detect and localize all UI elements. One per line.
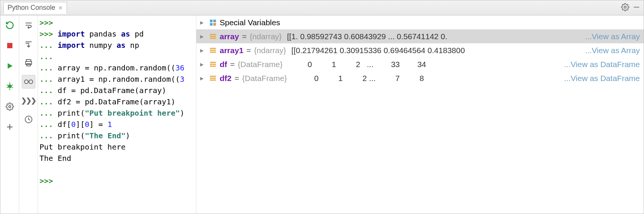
settings-icon[interactable]: [3, 100, 17, 113]
var-name: df2: [220, 74, 232, 83]
output-line: The End: [39, 154, 71, 163]
var-row-array[interactable]: ▶ array = {ndarray} [[1. 0.98592743 0.60…: [196, 29, 644, 43]
svg-rect-25: [210, 20, 213, 22]
var-type: {ndarray}: [254, 46, 286, 55]
prompt-line: >>>: [39, 29, 58, 38]
prompt-line: ...: [39, 120, 58, 129]
view-as-dataframe-link[interactable]: ...View as DataFrame: [564, 60, 640, 69]
prompt-line: ...: [39, 109, 58, 118]
var-value: [[0.21794261 0.30915336 0.69464564 0.418…: [292, 46, 465, 55]
tab-title: Python Console: [8, 4, 55, 12]
debug-icon[interactable]: [3, 79, 17, 93]
array-icon: [209, 47, 217, 54]
dataframe-icon: [209, 75, 217, 82]
svg-rect-36: [210, 64, 216, 65]
var-value: 0 1 2 ... 33 34: [288, 60, 426, 69]
prompt-line: >>>: [39, 176, 53, 185]
svg-line-10: [12, 87, 13, 88]
array-icon: [209, 33, 217, 40]
prompt-line: ...: [39, 97, 58, 106]
prompt-line: ...: [39, 131, 58, 140]
svg-rect-35: [210, 62, 216, 63]
left-toolbar-1: [0, 15, 19, 214]
prompt-line: ...: [39, 86, 58, 95]
var-value: [[1. 0.98592743 0.60843929 ... 0.5674114…: [287, 32, 447, 41]
prompt-line: ...: [39, 63, 58, 72]
chevron-right-icon[interactable]: ▶: [200, 20, 206, 25]
variables-pane: ▶ Special Variables ▶ array = {ndarray} …: [196, 15, 644, 214]
svg-point-11: [9, 105, 11, 108]
var-name: array1: [220, 46, 243, 55]
show-variables-icon[interactable]: [22, 75, 35, 89]
minimize-icon[interactable]: [632, 3, 641, 13]
var-value: 0 1 2 ... 7 8: [292, 74, 424, 83]
svg-point-21: [24, 80, 28, 84]
print-icon[interactable]: [22, 56, 35, 70]
var-row-df[interactable]: ▶ df = {DataFrame} 0 1 2 ... 33 34 ...Vi…: [196, 57, 644, 71]
prompt-line: ...: [39, 41, 58, 50]
close-icon[interactable]: ✕: [58, 5, 63, 11]
prompt-line: >>>: [39, 18, 53, 27]
chevron-right-icon[interactable]: ▶: [200, 76, 206, 81]
var-row-array1[interactable]: ▶ array1 = {ndarray} [[0.21794261 0.3091…: [196, 43, 644, 57]
svg-line-8: [12, 85, 13, 86]
svg-point-0: [624, 6, 626, 8]
svg-point-22: [29, 80, 33, 84]
var-equals: =: [230, 60, 235, 69]
svg-rect-27: [210, 23, 213, 26]
special-variables-row[interactable]: ▶ Special Variables: [196, 15, 644, 29]
add-icon[interactable]: [3, 120, 17, 134]
svg-line-7: [7, 85, 8, 86]
svg-rect-32: [210, 48, 216, 49]
chevron-right-icon[interactable]: ▶: [200, 34, 206, 39]
special-vars-label: Special Variables: [220, 18, 280, 27]
panel-body: ❯❯❯ >>> >>> import pandas as pd ... impo…: [0, 15, 644, 214]
var-type: {DataFrame}: [238, 60, 283, 69]
dataframe-icon: [209, 61, 217, 68]
chevron-right-icon[interactable]: ▶: [200, 62, 206, 67]
left-toolbar-2: ❯❯❯: [19, 15, 38, 214]
svg-rect-28: [213, 23, 216, 26]
prompt-line: ...: [39, 75, 58, 84]
svg-line-9: [7, 87, 8, 88]
output-line: Put breakpoint here: [39, 142, 126, 151]
tab-python-console[interactable]: Python Console ✕: [3, 2, 67, 14]
special-vars-icon: [209, 19, 217, 26]
svg-rect-37: [210, 66, 216, 67]
var-type: {ndarray}: [250, 32, 282, 41]
var-name: df: [220, 60, 227, 69]
svg-rect-38: [210, 76, 216, 77]
var-equals: =: [242, 32, 246, 41]
scroll-to-end-icon[interactable]: [22, 37, 35, 51]
run-icon[interactable]: [3, 59, 17, 73]
var-type: {DataFrame}: [242, 74, 287, 83]
svg-marker-3: [8, 63, 12, 69]
stop-icon[interactable]: [3, 39, 17, 52]
prompt-line: ...: [39, 52, 53, 61]
svg-rect-30: [210, 36, 216, 37]
view-as-dataframe-link[interactable]: ...View as DataFrame: [564, 74, 640, 83]
browse-history-icon[interactable]: ❯❯❯: [22, 94, 35, 107]
soft-wrap-icon[interactable]: [22, 18, 35, 32]
var-equals: =: [246, 46, 251, 55]
svg-rect-2: [7, 43, 12, 48]
history-icon[interactable]: [22, 113, 35, 126]
rerun-icon[interactable]: [3, 18, 17, 32]
var-equals: =: [235, 74, 239, 83]
var-name: array: [220, 32, 239, 41]
svg-rect-26: [213, 20, 216, 22]
svg-rect-39: [210, 78, 216, 79]
header-bar: Python Console ✕: [0, 0, 644, 15]
gear-icon[interactable]: [621, 3, 629, 13]
view-as-array-link[interactable]: ...View as Array: [585, 32, 640, 41]
svg-point-4: [8, 84, 12, 88]
svg-rect-29: [210, 34, 216, 35]
view-as-array-link[interactable]: ...View as Array: [585, 46, 640, 55]
svg-rect-40: [210, 79, 216, 81]
svg-rect-31: [210, 38, 216, 39]
console-output[interactable]: >>> >>> import pandas as pd ... import n…: [38, 15, 196, 214]
python-console-panel: Python Console ✕ ❯❯❯ >>> >>> import p: [0, 0, 644, 214]
svg-rect-34: [210, 52, 216, 53]
chevron-right-icon[interactable]: ▶: [200, 48, 206, 53]
var-row-df2[interactable]: ▶ df2 = {DataFrame} 0 1 2 ... 7 8 ...Vie…: [196, 71, 644, 85]
